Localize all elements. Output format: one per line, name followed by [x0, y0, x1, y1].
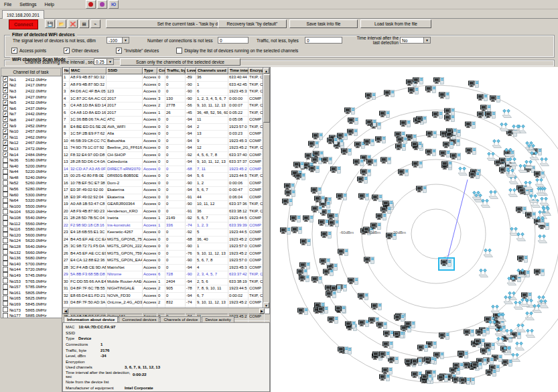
column-header--[interactable]: № — [63, 68, 70, 74]
access-point-icon[interactable] — [510, 125, 522, 134]
channel-item[interactable]: №1575785.0MHz — [1, 283, 62, 289]
access-point-icon[interactable] — [512, 301, 524, 310]
computer-icon[interactable] — [295, 173, 306, 182]
column-header-ssid[interactable]: SSID — [107, 68, 143, 74]
checkbox-icon[interactable]: ✔ — [116, 48, 122, 54]
computer-icon[interactable] — [297, 308, 309, 317]
computer-icon[interactable] — [344, 107, 356, 117]
checkbox-icon[interactable]: ✔ — [3, 151, 8, 157]
table-row[interactable]: 2128:28:5D:7B:5C:04InetriaAccess12149-92… — [63, 215, 269, 222]
time-interval-combo[interactable]: No▼ — [400, 37, 431, 44]
computer-icon[interactable] — [366, 159, 378, 168]
computer-icon[interactable] — [320, 258, 331, 267]
computer-icon[interactable] — [303, 215, 314, 224]
computer-icon[interactable] — [400, 120, 411, 129]
computer-icon[interactable] — [309, 166, 320, 175]
computer-icon[interactable] — [300, 239, 311, 248]
computer-icon[interactable] — [364, 139, 375, 148]
tab-connected-devices[interactable]: Connected devices — [119, 316, 159, 322]
channel-item[interactable]: №405200.0MHz — [1, 163, 62, 169]
table-row[interactable]: 71C:36:BB:06:7A:ACATCAccess00-94110:05:0… — [63, 117, 269, 124]
checkbox-icon[interactable] — [3, 255, 8, 261]
channel-item[interactable]: ✔№122467.0MHz — [1, 140, 62, 146]
computer-icon[interactable] — [466, 147, 477, 157]
channel-item[interactable]: ✔№132472.0MHz — [1, 145, 62, 151]
computer-icon[interactable] — [476, 329, 487, 338]
channel-item[interactable]: №1165580.0MHz — [1, 226, 62, 232]
computer-icon[interactable] — [318, 306, 329, 316]
channel-item[interactable]: №645320.0MHz — [1, 197, 62, 203]
scroll-up-icon[interactable]: ▲ — [263, 68, 269, 74]
checkbox-icon[interactable] — [3, 289, 8, 295]
computer-icon[interactable] — [375, 136, 387, 145]
table-row[interactable]: 253C:98:72:71:F5:DAMGTS_GPON_2223Access0… — [63, 243, 269, 251]
table-row[interactable]: 12F8:32:E4:97:0D:D8CH-SHOPAccess00-924, … — [63, 152, 269, 159]
table-row[interactable]: 24B4:A5:EF:AE:CC:EAMGTS_GPON5_7593Access… — [63, 237, 269, 244]
computer-icon[interactable] — [425, 149, 437, 158]
checkbox-icon[interactable]: ✔ — [3, 140, 8, 145]
computer-icon[interactable] — [337, 133, 348, 142]
access-point-icon[interactable] — [539, 157, 550, 167]
checkbox-icon[interactable] — [3, 278, 8, 283]
computer-icon[interactable] — [293, 161, 305, 171]
checkbox-icon[interactable]: ✔ — [3, 145, 8, 151]
access-point-icon[interactable] — [501, 109, 512, 119]
computer-icon[interactable] — [411, 358, 423, 368]
table-row[interactable]: 41C:87:2C:6A:AC:C02017Access3130-901, 2,… — [63, 96, 269, 103]
computer-icon[interactable] — [290, 215, 301, 224]
checkbox-icon[interactable] — [3, 296, 8, 301]
computer-icon[interactable] — [484, 342, 496, 352]
computer-icon[interactable] — [311, 187, 322, 196]
checkbox-icon[interactable] — [3, 192, 8, 197]
access-point-icon[interactable] — [507, 188, 518, 198]
computer-icon[interactable] — [382, 341, 394, 350]
channel-item[interactable]: №1495745.0MHz — [1, 272, 62, 278]
checkbox-icon[interactable] — [3, 215, 8, 220]
checkbox-icon[interactable]: ✔ — [3, 134, 8, 139]
tab-channels-of-device[interactable]: Channels of device — [160, 316, 201, 322]
computer-icon[interactable] — [424, 356, 435, 366]
access-point-icon[interactable] — [510, 353, 521, 363]
channel-item[interactable]: ✔№92452.0MHz — [1, 123, 62, 129]
channel-item[interactable]: №525260.0MHz — [1, 180, 62, 186]
computer-icon[interactable] — [469, 172, 480, 181]
checkbox-icon[interactable] — [3, 220, 8, 226]
computer-icon[interactable] — [433, 77, 445, 86]
recovery-task-button[interactable]: Recovery task "by default" — [218, 19, 287, 28]
computer-icon[interactable] — [321, 231, 332, 241]
checkbox-icon[interactable]: ✔ — [3, 88, 8, 93]
computer-icon[interactable] — [398, 169, 409, 178]
filter-checkbox-2[interactable]: ✔"Invisible" devices — [116, 48, 159, 54]
computer-icon[interactable] — [417, 344, 429, 354]
channel-item[interactable]: ✔№12412.0MHz — [1, 76, 62, 82]
table-row[interactable]: 384:D6:AC:4F:BA:05123Access00-9061923:45… — [63, 88, 269, 96]
computer-icon[interactable] — [416, 186, 427, 195]
scroll-thumb[interactable] — [263, 74, 270, 123]
checkbox-icon[interactable] — [3, 226, 8, 232]
channel-item[interactable]: №1085540.0MHz — [1, 214, 62, 220]
connector-icon[interactable]: ⌁ — [90, 19, 100, 28]
selected-device-box[interactable] — [438, 257, 455, 271]
channel-item[interactable]: №1535765.0MHz — [1, 278, 62, 284]
checkbox-icon[interactable] — [3, 307, 8, 312]
access-point-icon[interactable] — [531, 304, 543, 314]
channel-item[interactable]: №1325660.0MHz — [1, 249, 62, 255]
computer-icon[interactable] — [299, 262, 311, 271]
computer-icon[interactable] — [441, 161, 453, 170]
table-row[interactable]: 295A:8B:F3:68:5B:D8NItromeAccess6728-902… — [63, 271, 269, 279]
channel-item[interactable]: №1205600.0MHz — [1, 232, 62, 238]
table-row[interactable]: 33D4:8F:7F:50:AD:3AOnLime_2.4G_AD34Acces… — [63, 300, 269, 307]
menu-help[interactable]: Help — [41, 1, 58, 7]
access-point-icon[interactable] — [498, 123, 510, 132]
access-point-icon[interactable] — [491, 139, 502, 149]
checkbox-icon[interactable] — [3, 272, 8, 277]
access-point-icon[interactable] — [525, 329, 536, 338]
computer-icon[interactable] — [280, 227, 291, 237]
checkbox-icon[interactable] — [3, 238, 8, 243]
table-row[interactable]: 5C4:A8:1D:8A:ED:142017Access22778-569, 1… — [63, 103, 269, 110]
computer-icon[interactable] — [380, 157, 392, 166]
checkbox-icon[interactable] — [3, 249, 8, 255]
checkbox-icon[interactable]: ✔ — [11, 48, 17, 54]
column-header-conn[interactable]: Conn — [157, 68, 165, 74]
checkbox-icon[interactable] — [3, 174, 8, 180]
